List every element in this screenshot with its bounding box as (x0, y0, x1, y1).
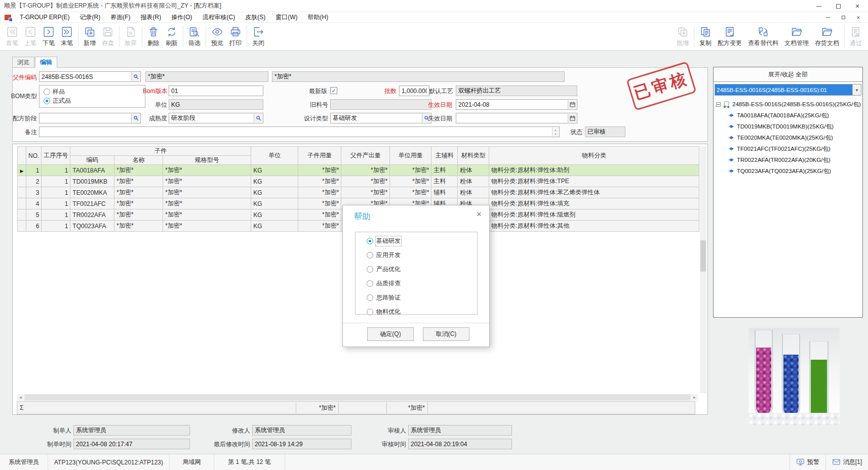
table-row[interactable]: 1 1 TA0018AFA *加密* *加密* KG *加密* *加密* *加密… (18, 165, 699, 176)
scroll-left-icon[interactable] (17, 394, 24, 401)
messages-status-button[interactable]: 消息[1] (825, 454, 868, 470)
design-type-field[interactable]: 基础研发 (330, 113, 431, 123)
alert-status-button[interactable]: 预警 (790, 454, 825, 470)
maturity-field[interactable]: 研发阶段 (169, 113, 263, 123)
toolbar-batch-add-button[interactable]: 批增 (674, 25, 692, 49)
tab-edit[interactable]: 编辑 (35, 57, 57, 68)
pink-pellets-tube (755, 330, 773, 416)
cancel-button[interactable]: 取消(C) (423, 327, 469, 341)
bom-type-formal-option[interactable]: 正式品 (44, 97, 141, 105)
close-button[interactable] (848, 0, 867, 12)
menu-item-erp[interactable]: T-GROUP ERP(E) (15, 12, 74, 23)
toolbar-next-button[interactable]: 下笔 (40, 25, 58, 49)
toolbar-inventory-docs-button[interactable]: 存货文档 (812, 25, 842, 49)
minimize-button[interactable] (809, 0, 828, 12)
toolbar-prev-button[interactable]: 上笔 (21, 25, 40, 49)
menu-item-flow-audit[interactable]: 流程审核(C) (197, 12, 240, 23)
trash-icon (147, 26, 160, 38)
toolbar-first-button[interactable]: 首笔 (3, 25, 21, 49)
radio-option-basic-rd[interactable]: 基础研发 (367, 237, 477, 245)
scrollbar-thumb[interactable] (700, 240, 706, 272)
toolbar-doc-management-button[interactable]: 文档管理 (781, 25, 812, 49)
horizontal-scrollbar[interactable] (17, 394, 698, 401)
toolbar-copy-button[interactable]: 复制 (696, 25, 715, 49)
tree-node[interactable]: TD0019MKB(TD0019MKB)(25KG/包) (715, 121, 861, 132)
latest-version-checkbox[interactable] (330, 87, 337, 94)
design-type-label: 设计类型 (304, 114, 328, 123)
ok-button[interactable]: 确定(Q) (367, 327, 414, 341)
radio-icon (44, 89, 50, 95)
bom-version-field[interactable]: 01 (169, 86, 263, 96)
mdi-minimize-button[interactable] (822, 13, 834, 21)
expire-date-label: 失效日期 (428, 114, 452, 123)
radio-option-quality-check[interactable]: 品质排查 (367, 279, 477, 288)
tree-node[interactable]: TQ0023AFA(TQ0023AFA)(25KG/包) (715, 165, 861, 177)
table-row[interactable]: 2 1 TD0019MKB *加密* *加密* KG *加密* *加密* *加密… (18, 176, 699, 187)
expire-date-calendar-button[interactable] (568, 114, 576, 122)
tree-root-node[interactable]: 2485B-ESS-0016S(2485B-ESS-0016S)(25KG/包) (715, 99, 861, 110)
menu-item-record[interactable]: 记录(R) (74, 12, 105, 23)
modify-time-field: 2021-08-19 14:29 (252, 439, 351, 449)
toolbar-formula-change-button[interactable]: 配方变更 (715, 25, 745, 49)
toolbar-save-button[interactable]: 存盘 (99, 25, 117, 49)
formula-stage-lookup-button[interactable] (131, 114, 140, 122)
toolbar-refresh-button[interactable]: 刷新 (163, 25, 181, 49)
chevron-down-icon[interactable] (852, 84, 861, 95)
toolbar-close-button[interactable]: 关闭 (249, 25, 267, 49)
maximize-button[interactable] (828, 0, 848, 12)
formula-stage-field[interactable] (39, 113, 141, 123)
radio-option-idea-verify[interactable]: 思路验证 (367, 293, 477, 302)
remark-field[interactable] (39, 126, 560, 137)
toolbar-preview-button[interactable]: 预览 (208, 25, 226, 49)
row-marker-header (18, 147, 26, 165)
bom-type-sample-option[interactable]: 样品 (44, 88, 141, 96)
menu-item-help[interactable]: 帮助(H) (302, 12, 333, 23)
tree-node[interactable]: TA0018AFA(TA0018AFA)(25KG/包) (715, 110, 861, 121)
scroll-right-icon[interactable] (691, 394, 698, 401)
batch-field[interactable]: 1,000.000 (399, 86, 429, 96)
toolbar-add-button[interactable]: 新增 (81, 25, 99, 49)
table-row[interactable]: 3 1 TE0020MKA *加密* *加密* KG *加密* *加密* *加密… (18, 187, 699, 198)
eye-icon (211, 26, 223, 38)
toolbar-filter-button[interactable]: 筛选 (185, 25, 204, 49)
mdi-restore-button[interactable] (838, 13, 849, 21)
toolbar-view-substitutes-button[interactable]: 查看替代料 (745, 25, 781, 49)
toolbar-last-button[interactable]: 末笔 (58, 25, 76, 49)
mdi-close-button[interactable] (853, 13, 864, 21)
toolbar-approve-button[interactable]: 通过 (847, 25, 865, 49)
dialog-close-button[interactable]: ✕ (475, 210, 483, 218)
tab-browse[interactable]: 浏览 (12, 57, 34, 68)
parent-code-lookup-button[interactable] (131, 72, 140, 81)
old-code-label: 旧料号 (306, 101, 328, 109)
menu-item-operation[interactable]: 操作(O) (166, 12, 197, 23)
toolbar-delete-button[interactable]: 删除 (144, 25, 163, 49)
expire-date-field[interactable] (456, 113, 577, 123)
menu-item-skin[interactable]: 皮肤(S) (240, 12, 270, 23)
maturity-lookup-button[interactable] (254, 114, 262, 122)
radio-option-product-opt[interactable]: 产品优化 (367, 265, 477, 274)
collapse-minus-icon[interactable] (716, 102, 721, 107)
component-pin-icon (728, 156, 735, 163)
component-pin-icon (728, 134, 735, 141)
effective-date-calendar-button[interactable] (568, 100, 576, 109)
remark-spinner[interactable] (552, 127, 559, 136)
vertical-scrollbar[interactable] (700, 146, 706, 393)
summary-row: Σ *加密* *加密* (17, 401, 695, 414)
expand-collapse-all-button[interactable]: 展开/收起 全部 (714, 67, 862, 82)
radio-option-app-dev[interactable]: 应用开发 (367, 251, 477, 260)
parent-code-field[interactable]: 2485B-ESS-0016S (39, 71, 141, 82)
menu-item-window[interactable]: 窗口(W) (270, 12, 302, 23)
scrollbar-thumb[interactable] (24, 394, 691, 401)
menu-item-interface[interactable]: 界面(F) (105, 12, 135, 23)
toolbar-discard-button[interactable]: 放弃 (122, 25, 140, 49)
tree-node[interactable]: TF0021AFC(TF0021AFC)(25KG/包) (715, 143, 861, 154)
bom-version-combobox[interactable]: 2485B-ESS-0016S(2485B-ESS-0016S):01 (715, 84, 861, 96)
dialog-title: 帮助 (354, 211, 370, 222)
toolbar-print-button[interactable]: 打印 (226, 25, 245, 49)
assembly-icon (723, 101, 730, 108)
tree-node[interactable]: TR0022AFA(TR0022AFA)(20KG/包) (715, 154, 861, 165)
tree-node[interactable]: TE0020MKA(TE0020MKA)(25KG/包) (715, 132, 861, 143)
radio-option-material-opt[interactable]: 物料优化 (367, 308, 477, 316)
effective-date-field[interactable]: 2021-04-08 (456, 99, 577, 110)
menu-item-report[interactable]: 报表(R) (135, 12, 166, 23)
